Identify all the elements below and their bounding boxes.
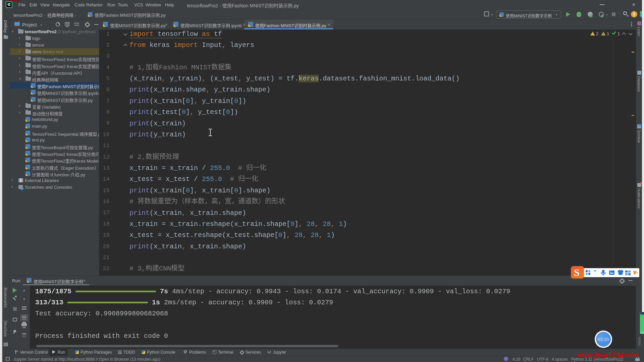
svg-text:”: ” bbox=[594, 269, 596, 275]
